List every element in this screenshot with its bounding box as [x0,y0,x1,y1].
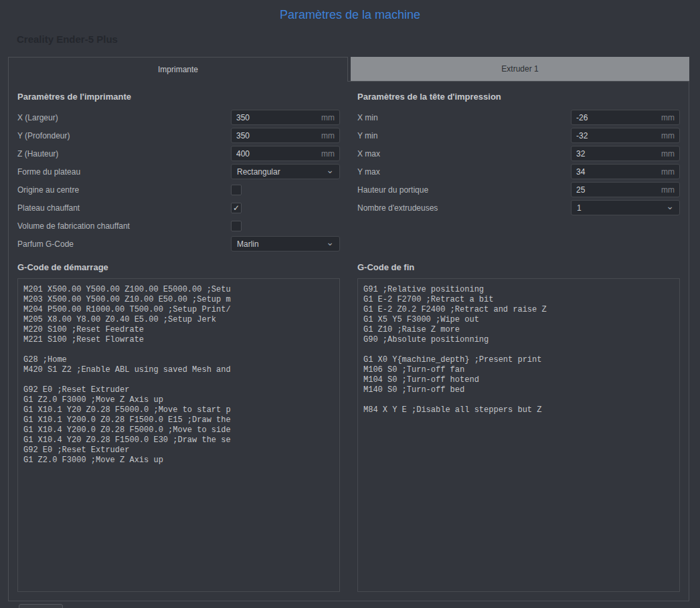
z-height-unit: mm [321,149,335,159]
chevron-down-icon: ⌄ [666,201,674,211]
setting-row-z-height: Z (Hauteur) mm [17,144,340,163]
y-min-label: Y min [357,131,571,140]
setting-row-y-min: Y min mm [357,126,680,144]
x-max-field: mm [571,146,680,161]
x-min-unit: mm [661,113,675,122]
setting-row-x-max: X max mm [357,144,680,163]
x-width-unit: mm [321,113,335,122]
printhead-settings-section: Paramètres de la tête d'impression X min… [357,82,680,217]
machine-name: Creality Ender-5 Plus [17,33,118,45]
y-max-input[interactable] [576,167,659,177]
origin-at-center-label: Origine au centre [17,185,231,195]
gantry-height-label: Hauteur du portique [357,185,571,195]
chevron-down-icon: ⌄ [326,165,334,175]
checkmark-icon: ✓ [233,203,240,213]
start-gcode-heading: G-Code de démarrage [17,262,340,272]
tab-extruder-1[interactable]: Extruder 1 [351,57,689,81]
setting-row-build-plate-shape: Forme du plateau Rectangular ⌄ [17,163,340,181]
end-gcode-heading: G-Code de fin [357,262,680,272]
setting-row-heated-build-volume: Volume de fabrication chauffant [17,217,340,235]
tab-imprimante[interactable]: Imprimante [8,57,348,82]
z-height-input[interactable] [236,149,319,159]
z-height-field: mm [231,146,340,161]
tab-bar: Imprimante Extruder 1 [8,57,689,81]
y-depth-input[interactable] [236,131,319,140]
gantry-height-field: mm [571,182,680,197]
extruder-count-label: Nombre d'extrudeuses [357,203,571,213]
close-button-partial[interactable] [19,604,63,608]
end-gcode-textarea[interactable]: G91 ;Relative positioning G1 E-2 F2700 ;… [357,278,680,592]
gantry-height-unit: mm [661,185,675,195]
setting-row-x-width: X (Largeur) mm [17,108,340,126]
setting-row-y-max: Y max mm [357,163,680,181]
setting-row-gantry-height: Hauteur du portique mm [357,181,680,199]
dialog-title: Paramètres de la machine [0,8,700,22]
gcode-flavor-label: Parfum G-Code [17,239,231,249]
chevron-down-icon: ⌄ [326,237,334,247]
x-min-label: X min [357,113,571,122]
x-width-field: mm [231,110,340,125]
y-depth-label: Y (Profondeur) [17,131,231,140]
y-min-unit: mm [661,131,675,140]
x-width-label: X (Largeur) [17,113,231,122]
x-max-input[interactable] [576,149,659,159]
printhead-settings-heading: Paramètres de la tête d'impression [357,92,680,102]
z-height-label: Z (Hauteur) [17,149,231,159]
x-max-label: X max [357,149,571,159]
heated-bed-checkbox[interactable]: ✓ [231,203,242,213]
build-plate-shape-dropdown[interactable]: Rectangular ⌄ [231,164,340,179]
build-plate-shape-value: Rectangular [237,167,280,177]
build-plate-shape-label: Forme du plateau [17,167,231,177]
setting-row-y-depth: Y (Profondeur) mm [17,126,340,144]
printer-settings-panel: Paramètres de l'imprimante X (Largeur) m… [8,81,689,601]
setting-row-gcode-flavor: Parfum G-Code Marlin ⌄ [17,235,340,253]
start-gcode-textarea[interactable]: M201 X500.00 Y500.00 Z100.00 E5000.00 ;S… [17,278,340,592]
setting-row-x-min: X min mm [357,108,680,126]
gantry-height-input[interactable] [576,185,659,195]
heated-bed-label: Plateau chauffant [17,203,231,213]
x-min-field: mm [571,110,680,125]
y-min-input[interactable] [576,131,659,140]
gcode-flavor-dropdown[interactable]: Marlin ⌄ [231,236,340,251]
y-depth-unit: mm [321,131,335,140]
y-min-field: mm [571,128,680,143]
printer-settings-heading: Paramètres de l'imprimante [17,92,340,102]
setting-row-heated-bed: Plateau chauffant ✓ [17,199,340,217]
origin-at-center-checkbox[interactable] [231,185,242,195]
x-width-input[interactable] [236,113,319,122]
setting-row-extruder-count: Nombre d'extrudeuses 1 ⌄ [357,199,680,217]
heated-build-volume-checkbox[interactable] [231,221,242,231]
extruder-count-dropdown[interactable]: 1 ⌄ [571,200,680,215]
x-min-input[interactable] [576,113,659,122]
y-max-field: mm [571,164,680,179]
y-depth-field: mm [231,128,340,143]
extruder-count-value: 1 [577,203,582,213]
y-max-label: Y max [357,167,571,177]
gcode-flavor-value: Marlin [237,239,259,249]
x-max-unit: mm [661,149,675,159]
printer-settings-section: Paramètres de l'imprimante X (Largeur) m… [17,82,340,253]
setting-row-origin-at-center: Origine au centre [17,181,340,199]
heated-build-volume-label: Volume de fabrication chauffant [17,221,231,231]
y-max-unit: mm [661,167,675,177]
